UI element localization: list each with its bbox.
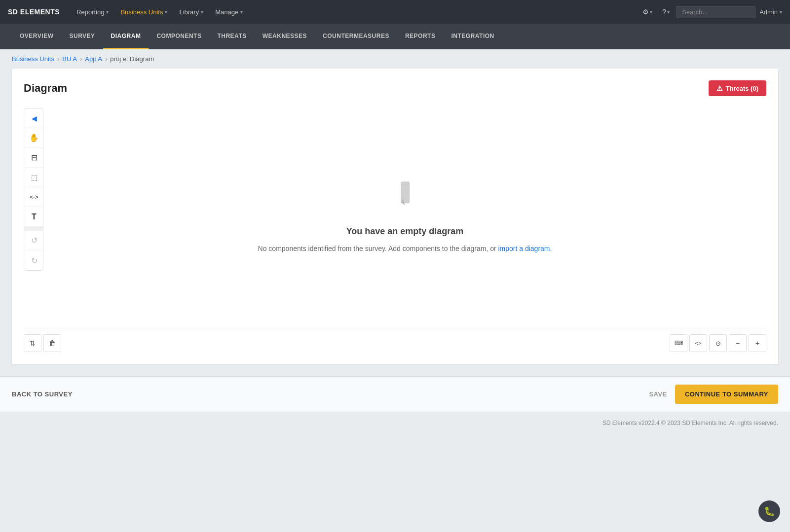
text-icon: T — [32, 213, 37, 221]
delete-button[interactable]: 🗑 — [43, 334, 61, 352]
empty-diagram-title: You have an empty diagram — [346, 226, 464, 237]
top-nav-items: Reporting ▾ Business Units ▾ Library ▾ M… — [72, 5, 640, 19]
diagram-canvas: You have an empty diagram No components … — [43, 104, 766, 326]
zoom-out-button[interactable]: − — [729, 334, 747, 352]
hand-icon: ✋ — [29, 133, 39, 142]
top-nav: SD ELEMENTS Reporting ▾ Business Units ▾… — [0, 0, 790, 24]
bug-icon: 🐛 — [764, 506, 775, 517]
sort-icon: ⇅ — [30, 339, 36, 347]
tool-text[interactable]: T — [24, 207, 44, 227]
tab-weaknesses[interactable]: WEAKNESSES — [255, 24, 315, 49]
diagram-title: Diagram — [24, 82, 67, 95]
marquee-icon: ⬚ — [31, 174, 38, 181]
bug-widget-button[interactable]: 🐛 — [758, 500, 780, 522]
breadcrumb-sep: › — [57, 55, 59, 63]
diagram-bottom-toolbar: ⇅ 🗑 ⌨ <> ⊙ − + — [24, 330, 766, 352]
diagram-toolbar: ◀ ✋ ⊟ ⬚ <·> T — [24, 108, 43, 271]
empty-diagram-desc: No components identified from the survey… — [258, 245, 552, 252]
plus-icon: + — [755, 339, 759, 347]
chevron-down-icon: ▾ — [667, 9, 670, 15]
help-icon: ? — [662, 8, 666, 16]
grid-icon: ⌨ — [675, 340, 683, 347]
chevron-down-icon: ▾ — [780, 9, 782, 15]
footer-right-actions: SAVE CONTINUE TO SUMMARY — [649, 385, 778, 404]
fit-button[interactable]: ⊙ — [709, 334, 727, 352]
page-footer: SD Elements v2022.4 © 2023 SD Elements I… — [0, 412, 790, 434]
warning-icon: ⚠ — [716, 84, 723, 92]
main-content: Diagram ⚠ Threats (0) ◀ ✋ ⊟ ⬚ — [0, 69, 790, 376]
footer-action-bar: BACK TO SURVEY SAVE CONTINUE TO SUMMARY — [0, 376, 790, 412]
component-icon: ⊟ — [31, 153, 38, 162]
bottom-right-tools: ⌨ <> ⊙ − + — [670, 334, 766, 352]
threats-button[interactable]: ⚠ Threats (0) — [709, 80, 766, 96]
svg-rect-0 — [401, 181, 410, 203]
nav-item-reporting[interactable]: Reporting ▾ — [72, 5, 113, 19]
save-button[interactable]: SAVE — [649, 390, 667, 398]
undo-icon: ↺ — [31, 236, 38, 245]
admin-menu[interactable]: Admin ▾ — [759, 8, 782, 16]
breadcrumb-app-a[interactable]: App A — [85, 55, 102, 63]
code-icon: <·> — [30, 194, 38, 201]
grid-button[interactable]: ⌨ — [670, 334, 687, 352]
help-button[interactable]: ? ▾ — [659, 6, 673, 18]
undo-button[interactable]: ↺ — [24, 231, 44, 250]
redo-icon: ↻ — [31, 256, 38, 265]
breadcrumb-sep: › — [105, 55, 107, 63]
tool-select[interactable]: ◀ — [24, 108, 44, 128]
search-input[interactable] — [677, 6, 755, 18]
pencil-icon — [383, 174, 427, 222]
tab-components[interactable]: COMPONENTS — [149, 24, 209, 49]
tab-overview[interactable]: OVERVIEW — [12, 24, 61, 49]
chevron-down-icon: ▾ — [201, 9, 203, 15]
toolbar-separator — [24, 227, 43, 231]
tool-code[interactable]: <·> — [24, 187, 44, 207]
breadcrumb-sep: › — [80, 55, 82, 63]
diagram-area: ◀ ✋ ⊟ ⬚ <·> T — [24, 104, 766, 326]
tab-reports[interactable]: REPORTS — [397, 24, 444, 49]
import-diagram-link[interactable]: import a diagram. — [498, 245, 552, 252]
fit-icon: ⊙ — [715, 340, 721, 347]
chevron-down-icon: ▾ — [106, 9, 109, 15]
diagram-card: Diagram ⚠ Threats (0) ◀ ✋ ⊟ ⬚ — [12, 69, 778, 364]
tool-marquee[interactable]: ⬚ — [24, 168, 44, 187]
trash-icon: 🗑 — [49, 339, 56, 347]
tool-pan[interactable]: ✋ — [24, 128, 44, 148]
redo-button[interactable]: ↻ — [24, 250, 44, 270]
tool-component[interactable]: ⊟ — [24, 148, 44, 168]
tab-integration[interactable]: INTEGRATION — [443, 24, 502, 49]
nav-item-library[interactable]: Library ▾ — [174, 5, 208, 19]
breadcrumb-bu-a[interactable]: BU A — [62, 55, 77, 63]
tab-threats[interactable]: THREATS — [209, 24, 254, 49]
top-nav-right: ⚙ ▾ ? ▾ Admin ▾ — [640, 6, 782, 18]
chevron-down-icon: ▾ — [240, 9, 243, 15]
gear-icon: ⚙ — [642, 8, 649, 16]
undo-redo-group: ↺ ↻ — [24, 231, 43, 270]
continue-to-summary-button[interactable]: CONTINUE TO SUMMARY — [675, 385, 778, 404]
zoom-in-button[interactable]: + — [749, 334, 766, 352]
breadcrumb-business-units[interactable]: Business Units — [12, 55, 54, 63]
second-nav: OVERVIEW SURVEY DIAGRAM COMPONENTS THREA… — [0, 24, 790, 49]
nav-item-manage[interactable]: Manage ▾ — [210, 5, 248, 19]
settings-button[interactable]: ⚙ ▾ — [640, 6, 655, 18]
chevron-down-icon: ▾ — [650, 9, 652, 15]
back-to-survey-button[interactable]: BACK TO SURVEY — [12, 390, 73, 398]
bottom-left-tools: ⇅ 🗑 — [24, 334, 61, 352]
minus-icon: − — [736, 339, 740, 347]
embed-icon: <> — [695, 340, 702, 346]
chevron-down-icon: ▾ — [165, 9, 167, 15]
embed-button[interactable]: <> — [689, 334, 707, 352]
tab-survey[interactable]: SURVEY — [61, 24, 103, 49]
breadcrumb: Business Units › BU A › App A › proj e: … — [0, 49, 790, 69]
tab-diagram[interactable]: DIAGRAM — [103, 24, 149, 49]
diagram-header: Diagram ⚠ Threats (0) — [24, 80, 766, 96]
tab-countermeasures[interactable]: COUNTERMEASURES — [315, 24, 397, 49]
sort-button[interactable]: ⇅ — [24, 334, 41, 352]
app-logo: SD ELEMENTS — [8, 8, 60, 16]
nav-item-business-units[interactable]: Business Units ▾ — [115, 5, 172, 19]
cursor-icon: ◀ — [32, 114, 37, 122]
breadcrumb-current: proj e: Diagram — [110, 55, 154, 63]
